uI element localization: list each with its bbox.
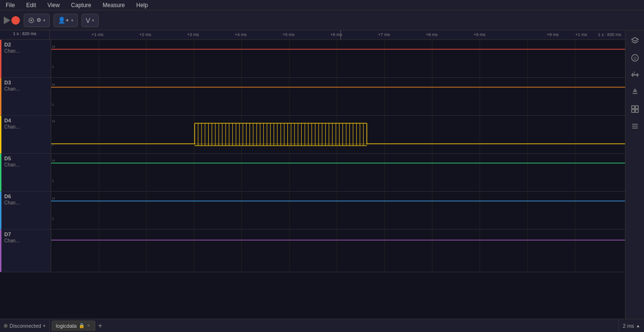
time-scale-display[interactable]: 2 ms ▲ [618,319,644,332]
svg-text:①: ① [633,56,637,61]
svg-text:L: L [52,65,55,69]
svg-text:H: H [52,45,55,49]
svg-text:L: L [52,102,55,107]
svg-text:H: H [52,119,55,123]
channel-label-d3: D3 Chan... [1,78,51,115]
channel-name-d3: Chan... [4,86,48,92]
lock-icon: 🔒 [79,323,84,328]
add-channel-button[interactable]: 👤+ ▾ [54,14,78,27]
svg-text:L: L [52,178,55,183]
main-content: 1 s : 820 ms +1 ms +2 ms +3 ms +4 ms +5 … [0,30,644,319]
waveform-container: 1 s : 820 ms +1 ms +2 ms +3 ms +4 ms +5 … [0,30,625,319]
svg-text:H: H [52,158,55,163]
grid-d5: L H [51,154,625,191]
toolbar-device-group: ⚙ ▾ [24,14,50,27]
tab-close-button[interactable]: × [86,323,91,328]
menu-capture[interactable]: Capture [69,1,93,9]
svg-text:H: H [52,83,55,87]
play-button[interactable] [4,16,20,25]
tick-6ms-l: +6 ms [331,32,342,37]
channel-name-d6: Chan... [4,200,48,205]
right-sidebar: ① 3 [625,30,644,319]
time-ruler-left: 1 s : 820 ms [0,30,50,39]
channel-row-d6: D6 Chan... [0,192,625,230]
channel-label-d5: D5 Chan... [1,154,51,191]
sidebar-trigger-icon[interactable] [628,85,642,99]
time-scale-chevron: ▲ [636,323,640,328]
tick-1ms-l: +1 ms [92,32,103,37]
svg-rect-151 [635,110,638,112]
play-icon [4,17,10,24]
time-scale-label: 2 ms [623,323,634,329]
svg-rect-148 [632,106,635,109]
channel-id-d6: D6 [4,194,48,199]
time-ruler: 1 s : 820 ms +1 ms +2 ms +3 ms +4 ms +5 … [0,30,625,40]
sidebar-grid-icon[interactable] [628,102,642,116]
tick-10ms-r: +1 ms [575,32,587,37]
device-button[interactable]: ⚙ ▾ [24,14,50,27]
channel-row-d3: D3 Chan... [0,78,625,116]
channel-waveform-d7[interactable]: · [51,230,625,272]
device-chevron: ▾ [43,18,46,23]
tick-2ms-l: +2 ms [139,32,151,37]
svg-text:L: L [52,142,55,147]
menu-measure[interactable]: Measure [101,1,127,9]
grid-d6: L H [51,192,625,229]
tick-9ms-l: +9 ms [474,32,486,37]
svg-rect-45 [195,123,367,144]
toolbar-trigger-group: ⋁ ▾ [82,14,99,27]
sidebar-layers-icon[interactable] [628,34,642,47]
grid-d4: // This won't run inside SVG in most bro… [51,116,625,153]
tab-label: logicdata [56,323,77,329]
record-icon [11,16,20,25]
logicdata-tab[interactable]: logicdata 🔒 × [52,321,95,331]
menu-file[interactable]: File [4,1,17,9]
menu-view[interactable]: View [46,1,62,9]
trigger-chevron: ▾ [92,18,94,23]
tick-8ms-l: +8 ms [426,32,438,37]
menu-edit[interactable]: Edit [24,1,38,9]
tick-3ms-l: +3 ms [187,32,199,37]
svg-text:L: L [52,216,55,221]
channel-id-d3: D3 [4,80,48,85]
add-tab-button[interactable]: + [96,322,104,330]
sidebar-measurement-icon[interactable]: 3 [628,68,642,82]
svg-rect-150 [632,110,635,112]
toolbar-channel-group: 👤+ ▾ [54,14,78,27]
grid-d3: L H [51,78,625,115]
channel-row-d4: D4 Chan... [0,116,625,154]
device-label: ⚙ [37,17,41,23]
channel-id-d4: D4 [4,118,48,123]
channels-area: D2 Chan... [0,40,625,319]
channel-id-d2: D2 [4,42,48,47]
status-disconnected[interactable]: Disconnected ▾ [0,319,50,332]
tick-9ms-r: +9 ms [547,32,559,37]
svg-text:3: 3 [633,71,635,74]
sidebar-protocol-icon[interactable]: ① [628,51,642,65]
disconnected-label: Disconnected [9,323,41,329]
time-ruler-ticks: +1 ms +2 ms +3 ms +4 ms +5 ms +6 ms +7 m… [50,30,625,39]
channel-label-d6: D6 Chan... [1,192,51,229]
channel-waveform-d3[interactable]: L H [51,78,625,115]
channel-label-d2: D2 Chan... [1,40,51,77]
channel-name-d7: Chan... [4,238,48,243]
channel-waveform-d6[interactable]: L H [51,192,625,229]
channel-waveform-d4[interactable]: // This won't run inside SVG in most bro… [51,116,625,153]
channel-row-d5: D5 Chan... [0,154,625,192]
channel-waveform-d2[interactable]: L H [51,40,625,77]
trigger-button[interactable]: ⋁ ▾ [82,14,99,27]
tick-7ms-l: +7 ms [378,32,390,37]
sidebar-list-icon[interactable] [628,120,642,133]
trigger-icon: ⋁ [86,17,90,23]
tab-bar: logicdata 🔒 × + [50,319,619,332]
channel-label-d7: D7 Chan... [1,230,51,272]
channel-row-d2: D2 Chan... [0,40,625,78]
channel-name-d2: Chan... [4,48,48,54]
grid-d7: · [51,230,625,272]
channel-waveform-d5[interactable]: L H [51,154,625,191]
menu-help[interactable]: Help [134,1,150,9]
channel-name-d4: Chan... [4,124,48,129]
add-channel-icon: 👤+ [58,17,69,24]
status-bar: Disconnected ▾ logicdata 🔒 × + 2 ms ▲ [0,319,644,332]
svg-text:H: H [52,196,55,201]
